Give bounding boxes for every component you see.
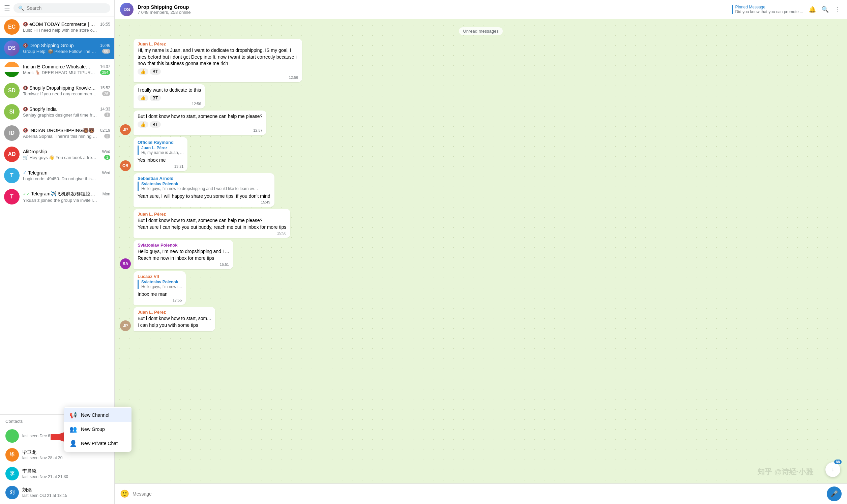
avatar: AD [4,147,20,162]
chat-item-shopify-india[interactable]: SI🔇Shopify India14:33Sanjay graphics des… [0,102,114,123]
menu-item-label-new-private: New Private Chat [81,441,118,446]
contact-name: 刘焰 [22,487,109,493]
chat-item-telegram[interactable]: T✓TelegramWedLogin code: 49450. Do not g… [0,165,114,186]
avatar: T [4,168,20,183]
contact-name: 李晨曦 [22,468,109,474]
chat-item-indian[interactable]: INIndian E-Commerce Wholsaler B2...16:37… [0,59,114,80]
reaction[interactable]: 👍 [138,121,148,128]
search-input[interactable] [27,5,106,11]
message-time: 12:57 [138,128,262,132]
message-time: 15:49 [138,200,271,204]
contact-status: last seen Oct 21 at 18:15 [22,493,109,498]
reactions: 👍BT [138,95,201,101]
emoji-button[interactable]: 🙂 [120,489,129,498]
scroll-down-button[interactable]: 88 ↓ [826,462,840,477]
reply-quote: Sviatoslav PolenokHello guys, I'm new to… [138,182,271,191]
menu-item-icon-new-channel: 📢 [69,411,77,419]
contact-status: last seen Nov 28 at 20 [22,455,109,460]
message-input[interactable] [133,491,824,497]
mic-button[interactable]: 🎤 [827,486,842,501]
menu-icon[interactable]: ☰ [4,4,10,12]
message-msg3: JPBut i dont know how to start, someone … [120,110,842,135]
sender-name: Sviatoslav Polenok [138,242,229,248]
menu-item-new-private[interactable]: 👤New Private Chat [64,436,132,450]
chat-item-indian-drop[interactable]: ID🔇INDIAN DROPSHIPPING🐻🐻02:19Adelina Sop… [0,123,114,144]
search-icon: 🔍 [18,5,24,11]
chat-item-shopify-drop[interactable]: SD🔇Shopify Dropshipping Knowledge ...15:… [0,80,114,102]
contact-avatar [5,429,19,443]
contact-item-c4[interactable]: 刘刘焰last seen Oct 21 at 18:15 [5,483,109,502]
reaction[interactable]: BT [150,121,161,128]
message-msg4: OROfficial RaymondJuan L. PérezHi, my na… [120,137,842,171]
pinned-label: Pinned Message [736,5,803,10]
message-msg2: I really want to dedicate to this👍BT12:5… [120,84,842,109]
msg-avatar: SA [120,258,131,269]
chat-header-info: Drop Shipping Group 7 048 members, 258 o… [138,4,728,15]
chat-name: eCOM TODAY Ecommerce | ENG C... [29,21,97,27]
reply-quote: Sviatoslav PolenokHello guys, I'm new t.… [138,280,182,289]
sender-name: Juan L. Pérez [138,212,286,217]
chat-time: Wed [102,149,110,154]
unread-label: Unread messages [120,28,842,34]
chat-time: Wed [102,170,110,175]
chat-item-ecom[interactable]: EC🔇eCOM TODAY Ecommerce | ENG C...16:55L… [0,17,114,38]
avatar: T [4,189,20,204]
message-text: Hello guys, I'm new to dropshipping and … [138,248,229,262]
reaction[interactable]: 👍 [138,68,148,75]
menu-item-icon-new-group: 👥 [69,426,77,433]
menu-item-label-new-channel: New Channel [81,412,109,418]
message-text: Hi, my name is Juan, and i want to dedic… [138,47,298,67]
message-msg8: Lucãaz VIISviatoslav PolenokHello guys, … [120,271,842,305]
chat-name: INDIAN DROPSHIPPING🐻🐻 [29,128,94,133]
scroll-badge: 88 [834,460,842,464]
chat-preview: Sanjay graphics designer full time freel… [23,112,97,118]
chat-item-telegram-fly[interactable]: T✓✓Telegram✈️飞机群发/群组拉人/群...MonYixuan z j… [0,186,114,208]
chat-time: 16:55 [100,22,110,26]
mic-icon: 🎤 [830,490,838,498]
scroll-down-icon: ↓ [831,467,834,473]
muted-icon: 🔇 [23,107,28,111]
message-time: 12:56 [138,75,298,79]
contact-status: last seen Nov 21 at 21:30 [22,474,109,479]
avatar: EC [4,19,20,35]
message-msg5: Sebastian ArnoldSviatoslav PolenokHello … [120,173,842,207]
contact-item-c3[interactable]: 李李晨曦last seen Nov 21 at 21:30 [5,464,109,483]
chat-badge: 1 [104,112,110,117]
chat-preview: Tomiwa: If you need any recommenda... [23,91,97,96]
chat-preview: Group Help: 📦 Please Follow The Gro... [23,49,97,54]
avatar: DS [4,40,20,56]
chat-preview: 🛒 Hey guys 👋 You can book a free m... [23,155,97,160]
mute-icon[interactable]: 🔔 [807,4,817,15]
reactions: 👍BT [138,121,262,128]
search-chat-icon[interactable]: 🔍 [820,4,830,15]
chat-time: 14:33 [100,107,110,111]
chat-header-name: Drop Shipping Group [138,4,728,10]
chat-header-subtitle: 7 048 members, 258 online [138,10,728,15]
reaction[interactable]: 👍 [138,95,148,101]
msg-avatar: JP [120,124,131,135]
chat-item-dropshipping[interactable]: DS🔇Drop Shipping Group16:46Group Help: 📦… [0,38,114,59]
sender-name: Juan L. Pérez [138,310,211,315]
menu-item-icon-new-private: 👤 [69,440,77,447]
message-text: But i dont know how to start, someone ca… [138,217,286,231]
menu-item-new-group[interactable]: 👥New Group [64,422,132,436]
search-box[interactable]: 🔍 [14,3,110,13]
muted-icon: 🔇 [23,128,28,133]
chat-item-alidropship[interactable]: ADAliDropshipWed🛒 Hey guys 👋 You can boo… [0,144,114,165]
sidebar-header: ☰ 🔍 [0,0,114,17]
chat-header-avatar: DS [120,3,134,16]
sender-name: Lucãaz VII [138,274,182,279]
message-text: I really want to dedicate to this [138,87,201,94]
verified-icon: ✓ [23,170,27,175]
reaction[interactable]: BT [150,95,161,101]
chat-header: DS Drop Shipping Group 7 048 members, 25… [115,0,847,19]
reaction[interactable]: BT [150,68,161,75]
more-icon[interactable]: ⋮ [833,4,842,15]
menu-item-new-channel[interactable]: 📢New Channel [64,408,132,422]
pinned-message[interactable]: Pinned Message Did you know that you can… [732,5,803,14]
muted-icon: 🔇 [23,22,28,26]
chat-preview: Yixuan z joined the group via invite lin… [23,198,97,203]
message-msg9: JPJuan L. PérezBut i dont know how to st… [120,307,842,331]
chat-name: Shopify Dropshipping Knowledge ... [29,85,97,91]
chat-badge: 254 [100,70,110,75]
